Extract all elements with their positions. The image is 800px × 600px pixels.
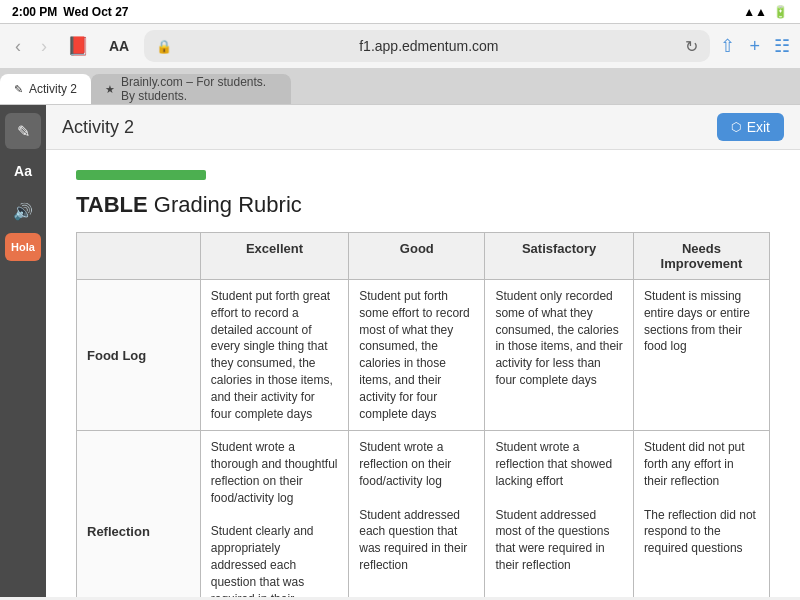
table-header-row: Excellent Good Satisfactory Needs Improv… bbox=[77, 233, 770, 280]
cell-reflection-satisfactory: Student wrote a reflection that showed l… bbox=[485, 431, 634, 597]
text-size-label[interactable]: AA bbox=[104, 36, 134, 56]
bookmarks-button[interactable]: 📕 bbox=[62, 33, 94, 59]
sidebar-icon-edit[interactable]: ✎ bbox=[5, 113, 41, 149]
app-container: ✎ Aa 🔊 Hola Activity 2 ⬡ Exit TABLE Grad… bbox=[0, 105, 800, 597]
tab-icon-brainly: ★ bbox=[105, 83, 115, 96]
content-scroll[interactable]: TABLE Grading Rubric Excellent Good Sati… bbox=[46, 150, 800, 597]
cell-reflection-needs: Student did not put forth any effort in … bbox=[633, 431, 769, 597]
wifi-icon: ▲▲ bbox=[743, 5, 767, 19]
url-bar[interactable]: 🔒 f1.app.edmentum.com ↻ bbox=[144, 30, 710, 62]
table-heading: TABLE Grading Rubric bbox=[76, 192, 770, 218]
status-day: Wed Oct 27 bbox=[63, 5, 128, 19]
tab-activity2[interactable]: ✎ Activity 2 bbox=[0, 74, 91, 104]
table-heading-rest: Grading Rubric bbox=[148, 192, 302, 217]
url-text: f1.app.edmentum.com bbox=[178, 38, 679, 54]
status-bar: 2:00 PM Wed Oct 27 ▲▲ 🔋 bbox=[0, 0, 800, 24]
exit-label: Exit bbox=[747, 119, 770, 135]
cell-foodlog-excellent: Student put forth great effort to record… bbox=[200, 280, 349, 431]
tab-icon-activity2: ✎ bbox=[14, 83, 23, 96]
tab-label-brainly: Brainly.com – For students. By students. bbox=[121, 75, 277, 103]
page-title: Activity 2 bbox=[62, 117, 134, 138]
status-icons: ▲▲ 🔋 bbox=[743, 5, 788, 19]
tab-label-activity2: Activity 2 bbox=[29, 82, 77, 96]
status-time: 2:00 PM bbox=[12, 5, 57, 19]
forward-button[interactable]: › bbox=[36, 34, 52, 59]
cell-foodlog-needs: Student is missing entire days or entire… bbox=[633, 280, 769, 431]
table-row: Reflection Student wrote a thorough and … bbox=[77, 431, 770, 597]
sidebar-icon-audio[interactable]: 🔊 bbox=[5, 193, 41, 229]
row-label-foodlog: Food Log bbox=[77, 280, 201, 431]
sidebar-icon-font[interactable]: Aa bbox=[5, 153, 41, 189]
col-header-satisfactory: Satisfactory bbox=[485, 233, 634, 280]
cell-foodlog-satisfactory: Student only recorded some of what they … bbox=[485, 280, 634, 431]
add-tab-button[interactable]: + bbox=[749, 36, 760, 57]
browser-toolbar: ‹ › 📕 AA 🔒 f1.app.edmentum.com ↻ ⇧ + ☷ bbox=[0, 24, 800, 68]
page-header: Activity 2 ⬡ Exit bbox=[46, 105, 800, 150]
sidebar-hola-button[interactable]: Hola bbox=[5, 233, 41, 261]
sidebar: ✎ Aa 🔊 Hola bbox=[0, 105, 46, 597]
cell-foodlog-good: Student put forth some effort to record … bbox=[349, 280, 485, 431]
rubric-table: Excellent Good Satisfactory Needs Improv… bbox=[76, 232, 770, 597]
table-heading-bold: TABLE bbox=[76, 192, 148, 217]
share-button[interactable]: ⇧ bbox=[720, 35, 735, 57]
tab-brainly[interactable]: ★ Brainly.com – For students. By student… bbox=[91, 74, 291, 104]
back-button[interactable]: ‹ bbox=[10, 34, 26, 59]
lock-icon: 🔒 bbox=[156, 39, 172, 54]
main-content: Activity 2 ⬡ Exit TABLE Grading Rubric E… bbox=[46, 105, 800, 597]
col-header-excellent: Excellent bbox=[200, 233, 349, 280]
battery-icon: 🔋 bbox=[773, 5, 788, 19]
browser-tabs: ✎ Activity 2 ★ Brainly.com – For student… bbox=[0, 68, 800, 104]
exit-button[interactable]: ⬡ Exit bbox=[717, 113, 784, 141]
cell-reflection-excellent: Student wrote a thorough and thoughtful … bbox=[200, 431, 349, 597]
table-row: Food Log Student put forth great effort … bbox=[77, 280, 770, 431]
browser-actions: ⇧ + ☷ bbox=[720, 35, 790, 57]
col-header-good: Good bbox=[349, 233, 485, 280]
refresh-button[interactable]: ↻ bbox=[685, 37, 698, 56]
accent-bar bbox=[76, 170, 206, 180]
exit-icon: ⬡ bbox=[731, 120, 741, 134]
cell-reflection-good: Student wrote a reflection on their food… bbox=[349, 431, 485, 597]
row-label-reflection: Reflection bbox=[77, 431, 201, 597]
col-header-needs: Needs Improvement bbox=[633, 233, 769, 280]
browser-chrome: ‹ › 📕 AA 🔒 f1.app.edmentum.com ↻ ⇧ + ☷ ✎… bbox=[0, 24, 800, 105]
tabs-button[interactable]: ☷ bbox=[774, 35, 790, 57]
col-header-empty bbox=[77, 233, 201, 280]
